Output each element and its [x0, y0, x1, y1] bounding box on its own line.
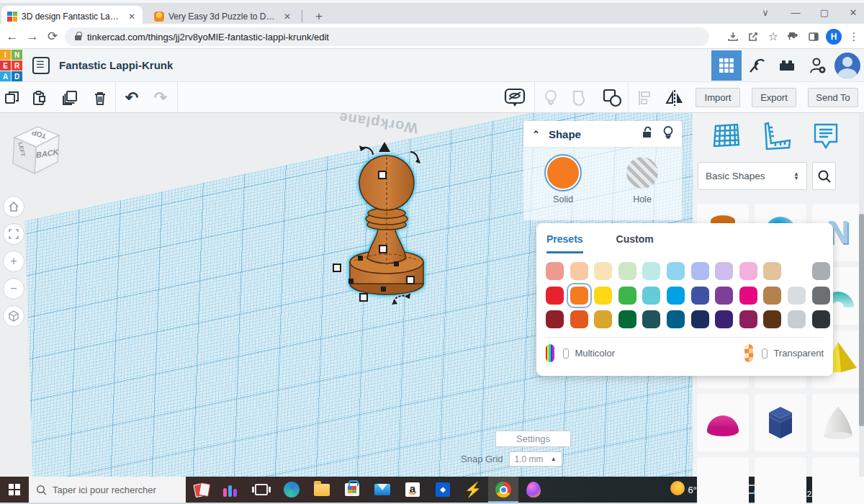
hole-circle[interactable] — [626, 157, 658, 189]
color-swatch[interactable] — [763, 310, 781, 328]
profile-avatar[interactable]: H — [824, 27, 844, 46]
mirror-flip-icon[interactable] — [664, 87, 685, 109]
taskbar-search-box[interactable]: Taper ici pour rechercher — [29, 477, 186, 503]
color-swatch[interactable] — [594, 310, 612, 328]
group-icon[interactable] — [570, 87, 592, 109]
weather-moon-icon[interactable] — [670, 481, 685, 498]
shape-tile-empty[interactable] — [697, 457, 749, 504]
tab-close-icon[interactable]: ✕ — [282, 12, 292, 22]
shape-category-dropdown[interactable]: Basic Shapes ▲▼ — [698, 162, 807, 190]
color-swatch[interactable] — [667, 310, 685, 328]
cards-game-icon[interactable] — [186, 477, 216, 503]
color-swatch[interactable] — [788, 262, 806, 280]
multicolor-checkbox[interactable] — [563, 348, 569, 359]
scale-handle-corner-left[interactable] — [333, 264, 341, 272]
mail-icon[interactable] — [367, 477, 397, 503]
refresh-button[interactable]: ⟳ — [43, 27, 62, 46]
color-droplet-app-icon[interactable] — [518, 477, 549, 503]
color-swatch[interactable] — [812, 287, 830, 305]
amazon-icon[interactable]: a — [397, 477, 428, 503]
shape-tile-hexprism[interactable] — [755, 394, 806, 451]
shape-search-button[interactable] — [812, 162, 836, 190]
scale-handle-corner-right[interactable] — [406, 276, 415, 284]
color-swatch[interactable] — [642, 287, 660, 305]
delete-trash-icon[interactable] — [89, 87, 111, 109]
address-bar[interactable]: tinkercad.com/things/jj2rv8yoMIE-fantast… — [65, 27, 709, 46]
tab-presets[interactable]: Presets — [546, 233, 583, 253]
color-swatch[interactable] — [570, 287, 588, 305]
color-swatch[interactable] — [546, 310, 564, 328]
move-up-handle[interactable] — [379, 142, 390, 152]
mode-minecraft-pickaxe-icon[interactable] — [742, 50, 772, 81]
browser-menu-kebab-icon[interactable]: ⋮ — [844, 27, 864, 46]
transparent-swatch[interactable] — [744, 344, 753, 362]
forward-button[interactable]: → — [23, 27, 42, 46]
ungroup-icon[interactable] — [602, 87, 624, 109]
color-swatch[interactable] — [715, 262, 733, 280]
color-swatch[interactable] — [570, 310, 588, 328]
import-button[interactable]: Import — [696, 88, 740, 107]
duplicate-icon[interactable] — [59, 87, 81, 109]
extensions-puzzle-icon[interactable] — [783, 27, 804, 46]
edge-icon[interactable] — [276, 477, 307, 503]
shape-tile-cone[interactable] — [812, 394, 864, 451]
tab-close-icon[interactable]: ✕ — [127, 12, 137, 22]
scale-handle-top[interactable] — [378, 171, 387, 179]
copy-icon[interactable] — [1, 87, 23, 109]
fit-view-button[interactable] — [3, 223, 24, 245]
settings-button[interactable]: Settings — [495, 431, 571, 447]
color-swatch[interactable] — [594, 287, 612, 305]
light-bulb-icon[interactable] — [540, 87, 562, 109]
design-menu-icon[interactable] — [32, 57, 50, 74]
color-swatch[interactable] — [691, 287, 709, 305]
scale-handle-corner-front[interactable] — [359, 293, 368, 302]
edge-handle[interactable] — [394, 261, 399, 266]
color-swatch[interactable] — [546, 287, 564, 305]
edge-handle[interactable] — [381, 287, 386, 292]
color-swatch[interactable] — [763, 262, 781, 280]
edge-handle[interactable] — [348, 279, 354, 284]
color-swatch[interactable] — [618, 287, 636, 305]
tab-custom[interactable]: Custom — [616, 233, 654, 253]
mode-3d-design-button[interactable] — [711, 50, 742, 81]
rotate-handle-front[interactable] — [391, 292, 413, 306]
bookmark-star-icon[interactable]: ☆ — [763, 27, 783, 46]
side-panel-icon[interactable] — [804, 27, 824, 46]
view-cube[interactable]: TOP BACK LEFT — [4, 120, 65, 189]
color-swatch[interactable] — [739, 262, 757, 280]
sidebar-scrollbar[interactable] — [859, 113, 864, 477]
color-swatch[interactable] — [667, 287, 685, 305]
window-maximize-button[interactable]: ▢ — [814, 7, 835, 18]
color-swatch[interactable] — [618, 262, 636, 280]
color-swatch[interactable] — [739, 310, 757, 328]
scrollbar-thumb[interactable] — [859, 214, 864, 426]
tinkercad-logo[interactable]: INERAD — [0, 50, 22, 81]
microsoft-store-icon[interactable] — [337, 477, 367, 503]
transparent-checkbox[interactable] — [762, 348, 768, 359]
zoom-out-button[interactable]: − — [3, 278, 24, 300]
color-swatch[interactable] — [739, 287, 757, 305]
color-swatch[interactable] — [763, 287, 781, 305]
color-swatch[interactable] — [691, 310, 709, 328]
file-explorer-icon[interactable] — [307, 477, 337, 503]
notes-tool-icon[interactable] — [812, 122, 840, 153]
color-swatch[interactable] — [570, 262, 588, 280]
color-swatch[interactable] — [618, 310, 636, 328]
collaborate-person-add-icon[interactable] — [802, 50, 832, 81]
color-swatch[interactable] — [715, 310, 733, 328]
hole-option[interactable]: Hole — [626, 157, 658, 220]
shape-tile-empty[interactable] — [812, 457, 864, 504]
tab-search-chevron-icon[interactable]: ∨ — [755, 7, 776, 18]
color-swatch[interactable] — [642, 310, 660, 328]
color-swatch[interactable] — [642, 262, 660, 280]
color-swatch[interactable] — [788, 310, 806, 328]
dropbox-icon[interactable]: ◆ — [428, 477, 458, 503]
chrome-icon[interactable] — [488, 477, 518, 503]
collapse-chevron-icon[interactable]: ⌃ — [532, 129, 540, 140]
zoom-in-button[interactable]: + — [3, 251, 24, 272]
export-button[interactable]: Export — [752, 88, 796, 107]
color-swatch[interactable] — [788, 287, 806, 305]
shape-tile-hemisphere[interactable] — [697, 394, 749, 451]
ruler-tool-icon[interactable] — [762, 122, 791, 153]
new-tab-button[interactable]: + — [311, 9, 327, 24]
